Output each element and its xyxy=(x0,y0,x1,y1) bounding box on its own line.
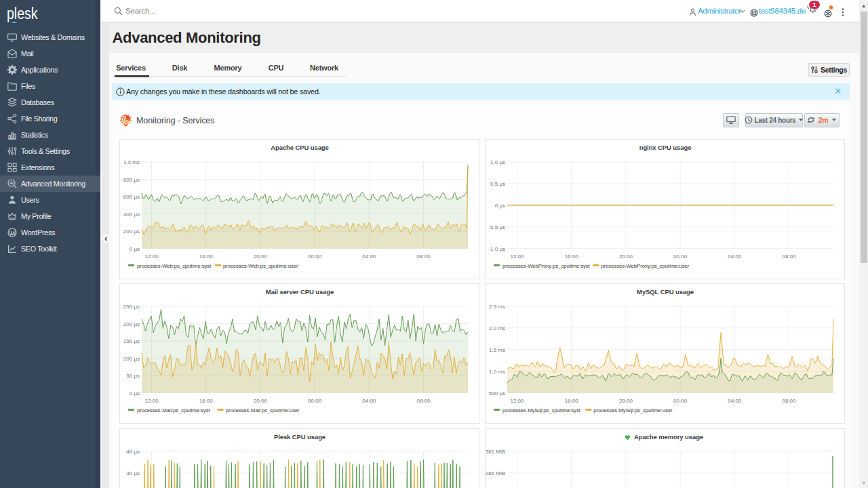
svg-text:20:00: 20:00 xyxy=(254,398,268,404)
svg-text:-1.0 µs: -1.0 µs xyxy=(488,245,505,251)
svg-text:16:00: 16:00 xyxy=(199,253,214,259)
svg-text:MySQL CPU usage: MySQL CPU usage xyxy=(637,288,694,296)
svg-text:12:00: 12:00 xyxy=(144,253,159,259)
svg-text:processes-Web:ps_cputime:user: processes-Web:ps_cputime:user xyxy=(223,263,298,269)
svg-text:08:00: 08:00 xyxy=(782,398,796,404)
svg-text:600 µs: 600 µs xyxy=(123,194,140,200)
svg-text:processes-WebProxy:ps_cputime:: processes-WebProxy:ps_cputime:syst xyxy=(502,263,591,269)
svg-text:500 µs: 500 µs xyxy=(488,390,505,396)
svg-text:20:00: 20:00 xyxy=(618,253,633,259)
svg-text:381 MiB: 381 MiB xyxy=(486,449,505,455)
svg-text:1.0 µs: 1.0 µs xyxy=(490,159,505,165)
svg-text:12:00: 12:00 xyxy=(510,253,524,259)
svg-text:08:00: 08:00 xyxy=(782,253,796,259)
svg-text:00:00: 00:00 xyxy=(308,253,322,259)
svg-text:processes-MySql:ps_cputime:use: processes-MySql:ps_cputime:user xyxy=(593,407,673,413)
svg-text:0.5 µs: 0.5 µs xyxy=(490,181,505,187)
svg-text:40 µs: 40 µs xyxy=(126,449,140,455)
svg-text:12:00: 12:00 xyxy=(144,398,159,404)
svg-text:200 µs: 200 µs xyxy=(123,321,140,327)
svg-text:-0.5 µs: -0.5 µs xyxy=(488,224,505,230)
svg-text:20:00: 20:00 xyxy=(618,398,633,404)
svg-text:Plesk CPU usage: Plesk CPU usage xyxy=(274,433,326,441)
svg-text:400 µs: 400 µs xyxy=(123,211,140,217)
svg-text:16:00: 16:00 xyxy=(564,398,578,404)
svg-text:2.0 ms: 2.0 ms xyxy=(488,325,505,331)
svg-text:250 µs: 250 µs xyxy=(123,304,140,310)
svg-text:1.0 ms: 1.0 ms xyxy=(123,159,140,165)
svg-text:00:00: 00:00 xyxy=(673,253,688,259)
svg-text:00:00: 00:00 xyxy=(308,398,322,404)
svg-text:04:00: 04:00 xyxy=(728,253,742,259)
svg-text:50 µs: 50 µs xyxy=(126,373,140,379)
svg-text:processes-Mail:ps_cputime:user: processes-Mail:ps_cputime:user xyxy=(226,407,300,413)
svg-text:04:00: 04:00 xyxy=(362,398,376,404)
svg-text:Mail server CPU usage: Mail server CPU usage xyxy=(266,288,334,296)
svg-text:Apache memory usage: Apache memory usage xyxy=(633,433,703,441)
svg-text:0 µs: 0 µs xyxy=(494,203,505,209)
svg-text:20:00: 20:00 xyxy=(254,253,268,259)
svg-text:processes-MySql:ps_cputime:sys: processes-MySql:ps_cputime:syst xyxy=(502,407,581,413)
svg-text:16:00: 16:00 xyxy=(564,253,578,259)
svg-text:16:00: 16:00 xyxy=(199,398,214,404)
svg-text:Apache CPU usage: Apache CPU usage xyxy=(271,144,329,151)
svg-text:100 µs: 100 µs xyxy=(123,356,140,362)
svg-text:processes-Web:ps_cputime:syst: processes-Web:ps_cputime:syst xyxy=(137,263,212,269)
svg-text:286 MiB: 286 MiB xyxy=(486,470,505,476)
svg-text:0 µs: 0 µs xyxy=(130,245,140,251)
svg-text:1.0 ms: 1.0 ms xyxy=(488,369,505,375)
svg-text:04:00: 04:00 xyxy=(362,253,376,259)
svg-text:30 µs: 30 µs xyxy=(126,470,140,476)
svg-text:processes-WebProxy:ps_cputime:: processes-WebProxy:ps_cputime:user xyxy=(601,263,689,269)
svg-text:processes-Mail:ps_cputime:syst: processes-Mail:ps_cputime:syst xyxy=(137,407,210,413)
svg-text:08:00: 08:00 xyxy=(416,253,431,259)
svg-text:nginx CPU usage: nginx CPU usage xyxy=(639,144,691,151)
svg-text:200 µs: 200 µs xyxy=(123,228,140,235)
svg-text:04:00: 04:00 xyxy=(728,398,742,404)
svg-text:800 µs: 800 µs xyxy=(123,176,140,182)
svg-text:12:00: 12:00 xyxy=(510,398,524,404)
svg-text:150 µs: 150 µs xyxy=(123,338,140,344)
svg-text:08:00: 08:00 xyxy=(416,398,431,404)
svg-text:0 µs: 0 µs xyxy=(130,390,140,396)
svg-text:2.5 ms: 2.5 ms xyxy=(488,304,505,310)
svg-text:1.5 ms: 1.5 ms xyxy=(488,347,505,353)
svg-text:00:00: 00:00 xyxy=(673,398,688,404)
